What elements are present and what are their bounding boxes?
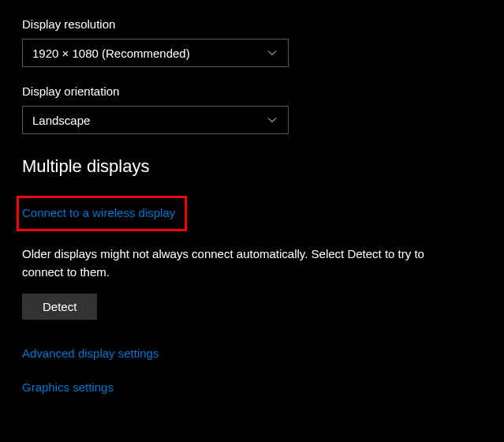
graphics-settings-link[interactable]: Graphics settings — [22, 380, 482, 394]
display-resolution-label: Display resolution — [22, 17, 482, 31]
highlighted-annotation: Connect to a wireless display — [17, 196, 187, 231]
chevron-down-icon — [266, 114, 278, 126]
display-orientation-label: Display orientation — [22, 84, 482, 98]
display-resolution-value: 1920 × 1080 (Recommended) — [32, 47, 190, 60]
detect-button[interactable]: Detect — [22, 294, 97, 320]
chevron-down-icon — [266, 47, 278, 59]
display-resolution-select[interactable]: 1920 × 1080 (Recommended) — [22, 39, 289, 67]
display-orientation-value: Landscape — [32, 114, 90, 127]
advanced-display-settings-link[interactable]: Advanced display settings — [22, 346, 482, 360]
multiple-displays-heading: Multiple displays — [22, 156, 482, 177]
older-displays-text: Older displays might not always connect … — [22, 245, 464, 281]
display-orientation-select[interactable]: Landscape — [22, 106, 289, 134]
connect-wireless-display-link[interactable]: Connect to a wireless display — [22, 206, 175, 219]
